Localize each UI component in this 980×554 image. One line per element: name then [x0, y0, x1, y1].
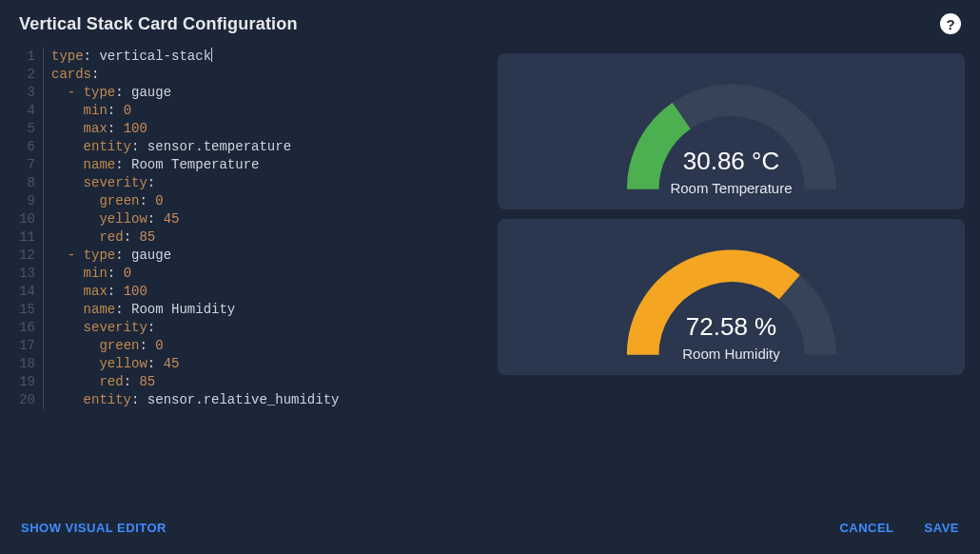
- dialog-title: Vertical Stack Card Configuration: [19, 14, 298, 34]
- line-code[interactable]: red: 85: [44, 228, 482, 247]
- editor-line[interactable]: 12 - type: gauge: [15, 247, 482, 265]
- editor-line[interactable]: 7 name: Room Temperature: [15, 156, 482, 174]
- editor-line[interactable]: 11 red: 85: [15, 228, 482, 247]
- gauge-card[interactable]: 30.86 °CRoom Temperature: [498, 53, 965, 209]
- line-number: 20: [15, 391, 44, 409]
- dialog-footer: Show Visual Editor Cancel Save: [0, 502, 980, 554]
- text-cursor: [211, 48, 212, 62]
- line-code[interactable]: entity: sensor.relative_humidity: [44, 391, 482, 409]
- editor-line[interactable]: 4 min: 0: [15, 102, 482, 120]
- line-code[interactable]: red: 85: [44, 373, 482, 391]
- card-config-dialog: Vertical Stack Card Configuration ? 1typ…: [0, 0, 980, 554]
- line-number: 6: [15, 138, 44, 156]
- gauge-card[interactable]: 72.58 %Room Humidity: [498, 219, 965, 375]
- editor-line[interactable]: 17 green: 0: [15, 337, 482, 355]
- line-code[interactable]: severity:: [44, 174, 482, 192]
- line-number: 15: [15, 301, 44, 319]
- gauge: [598, 230, 865, 364]
- editor-line[interactable]: 2cards:: [15, 66, 482, 84]
- line-code[interactable]: - type: gauge: [44, 247, 482, 265]
- line-code[interactable]: yellow: 45: [44, 210, 482, 228]
- line-number: 13: [15, 265, 44, 283]
- editor-line[interactable]: 6 entity: sensor.temperature: [15, 138, 482, 156]
- editor-line[interactable]: 20 entity: sensor.relative_humidity: [15, 391, 482, 409]
- cancel-button[interactable]: Cancel: [837, 517, 895, 539]
- editor-line[interactable]: 19 red: 85: [15, 373, 482, 391]
- line-code[interactable]: min: 0: [44, 265, 482, 283]
- show-visual-editor-button[interactable]: Show Visual Editor: [19, 517, 168, 539]
- gauge: [598, 65, 865, 198]
- editor-line[interactable]: 16 severity:: [15, 319, 482, 337]
- line-code[interactable]: type: vertical-stack: [44, 48, 482, 66]
- editor-line[interactable]: 14 max: 100: [15, 283, 482, 301]
- dialog-body: 1type: vertical-stack2cards:3 - type: ga…: [0, 42, 980, 502]
- line-number: 1: [15, 48, 44, 66]
- editor-line[interactable]: 5 max: 100: [15, 120, 482, 138]
- line-number: 16: [15, 319, 44, 337]
- line-number: 2: [15, 66, 44, 84]
- preview-panel: 30.86 °CRoom Temperature72.58 %Room Humi…: [498, 48, 965, 502]
- line-number: 17: [15, 337, 44, 355]
- footer-left: Show Visual Editor: [19, 517, 168, 539]
- yaml-editor-panel: 1type: vertical-stack2cards:3 - type: ga…: [15, 48, 482, 502]
- yaml-editor[interactable]: 1type: vertical-stack2cards:3 - type: ga…: [15, 48, 482, 409]
- editor-line[interactable]: 8 severity:: [15, 174, 482, 192]
- line-number: 7: [15, 156, 44, 174]
- gauge-value: 72.58 %: [686, 312, 776, 342]
- editor-line[interactable]: 1type: vertical-stack: [15, 48, 482, 66]
- editor-line[interactable]: 15 name: Room Humidity: [15, 301, 482, 319]
- gauge-value: 30.86 °C: [683, 147, 779, 176]
- line-code[interactable]: max: 100: [44, 283, 482, 301]
- help-icon[interactable]: ?: [940, 13, 961, 34]
- line-code[interactable]: max: 100: [44, 120, 482, 138]
- editor-line[interactable]: 3 - type: gauge: [15, 84, 482, 102]
- editor-line[interactable]: 18 yellow: 45: [15, 355, 482, 373]
- line-number: 11: [15, 228, 44, 247]
- line-number: 14: [15, 283, 44, 301]
- line-number: 19: [15, 373, 44, 391]
- line-number: 12: [15, 247, 44, 265]
- line-code[interactable]: green: 0: [44, 337, 482, 355]
- line-code[interactable]: cards:: [44, 66, 482, 84]
- line-number: 4: [15, 102, 44, 120]
- line-code[interactable]: entity: sensor.temperature: [44, 138, 482, 156]
- footer-right: Cancel Save: [837, 517, 961, 539]
- line-number: 3: [15, 84, 44, 102]
- line-code[interactable]: name: Room Temperature: [44, 156, 482, 174]
- editor-line[interactable]: 13 min: 0: [15, 265, 482, 283]
- line-number: 18: [15, 355, 44, 373]
- editor-line[interactable]: 9 green: 0: [15, 192, 482, 210]
- line-number: 10: [15, 210, 44, 228]
- editor-line[interactable]: 10 yellow: 45: [15, 210, 482, 228]
- line-code[interactable]: - type: gauge: [44, 84, 482, 102]
- line-number: 5: [15, 120, 44, 138]
- line-code[interactable]: green: 0: [44, 192, 482, 210]
- dialog-header: Vertical Stack Card Configuration ?: [0, 0, 980, 42]
- save-button[interactable]: Save: [923, 517, 961, 539]
- line-code[interactable]: min: 0: [44, 102, 482, 120]
- line-number: 8: [15, 174, 44, 192]
- line-number: 9: [15, 192, 44, 210]
- line-code[interactable]: name: Room Humidity: [44, 301, 482, 319]
- line-code[interactable]: severity:: [44, 319, 482, 337]
- line-code[interactable]: yellow: 45: [44, 355, 482, 373]
